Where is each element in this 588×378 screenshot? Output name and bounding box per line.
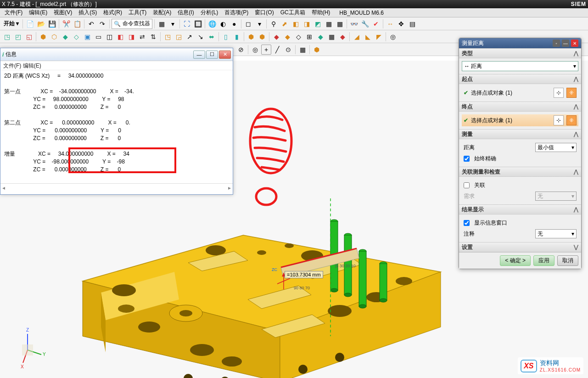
plane2-icon[interactable]: ◫: [104, 32, 114, 42]
stretch-icon[interactable]: ↔: [385, 19, 395, 29]
close-icon[interactable]: ✕: [219, 51, 231, 59]
section-type[interactable]: 类型⋀: [459, 48, 581, 58]
info-menu[interactable]: 文件(F) 编辑(E): [0, 61, 233, 70]
bluebox-icon[interactable]: ▣: [82, 32, 92, 42]
ring-icon[interactable]: ◎: [388, 32, 398, 42]
menu-info[interactable]: 信息(I): [175, 8, 196, 17]
orangecube-icon[interactable]: ◆: [282, 32, 292, 42]
world-icon[interactable]: 🌐: [207, 19, 217, 29]
plane-y-icon[interactable]: ◳: [162, 32, 173, 42]
section-measure[interactable]: 测量⋀: [459, 129, 581, 139]
mirror2-icon[interactable]: ⇅: [148, 32, 158, 42]
yellowcube2-icon[interactable]: ⬡: [49, 32, 59, 42]
menu-preferences[interactable]: 首选项(P): [222, 8, 251, 17]
point-icon[interactable]: ╱: [272, 45, 282, 55]
yellowcube-icon[interactable]: ⬢: [38, 32, 48, 42]
section-assoc[interactable]: 关联测量和检查⋀: [459, 167, 581, 177]
show-info-checkbox[interactable]: [464, 220, 470, 226]
red2-icon[interactable]: ◆: [337, 32, 347, 42]
grid-icon[interactable]: ▤: [407, 19, 417, 29]
snap-icon[interactable]: ✥: [396, 19, 406, 29]
draft-icon[interactable]: ◤: [374, 32, 384, 42]
wcs-icon[interactable]: ⚲: [269, 19, 279, 29]
box4-icon[interactable]: ▦: [324, 19, 334, 29]
chamfer-icon[interactable]: ◢: [352, 32, 362, 42]
redcube-icon[interactable]: ◆: [271, 32, 281, 42]
redo-icon[interactable]: ↷: [97, 19, 107, 29]
redbox2-icon[interactable]: ◨: [126, 32, 136, 42]
menu-format[interactable]: 格式(R): [101, 8, 125, 17]
axis-icon[interactable]: ↗: [185, 32, 195, 42]
section-end[interactable]: 终点⋀: [459, 102, 581, 112]
grid2-icon[interactable]: ⊞: [304, 32, 314, 42]
info-body[interactable]: 2D 距离 (WCS Xz) = 34.000000000 第一点 XC = -…: [0, 70, 233, 183]
pick-point-icon[interactable]: ⁜: [566, 88, 577, 98]
box2-icon[interactable]: ◨: [302, 19, 312, 29]
scroll-right-icon[interactable]: ▸: [226, 185, 233, 191]
tri-down-icon[interactable]: ▾: [168, 19, 178, 29]
cyan-icon[interactable]: ▯: [221, 32, 231, 42]
subtract-icon[interactable]: ◱: [24, 32, 34, 42]
plane-icon[interactable]: ▭: [93, 32, 103, 42]
fillet-icon[interactable]: ◣: [363, 32, 373, 42]
scroll-left-icon[interactable]: ◂: [0, 185, 7, 191]
wire-icon[interactable]: ◻: [243, 19, 253, 29]
plane-y2-icon[interactable]: ◲: [174, 32, 184, 42]
box6-icon[interactable]: ◳: [2, 32, 12, 42]
greencube-icon[interactable]: ◆: [60, 32, 70, 42]
menu-edit[interactable]: 编辑(E): [26, 8, 50, 17]
section-settings[interactable]: 设置⋁: [459, 242, 581, 252]
annotation-dropdown[interactable]: 无▾: [535, 229, 577, 238]
center-icon[interactable]: ⊙: [283, 45, 293, 55]
cancel-button[interactable]: 取消: [557, 255, 578, 266]
menu-analysis[interactable]: 分析(L): [198, 8, 221, 17]
menu-insert[interactable]: 插入(S): [76, 8, 100, 17]
panel-close-icon[interactable]: ✕: [571, 39, 578, 47]
shade-icon[interactable]: ◐: [218, 19, 228, 29]
solid-icon[interactable]: ⬢: [312, 45, 322, 55]
snap-point-icon[interactable]: ⊹: [554, 88, 564, 98]
mirror-icon[interactable]: ⇄: [137, 32, 147, 42]
maximize-icon[interactable]: ☐: [206, 51, 218, 59]
multi-icon[interactable]: ▦: [326, 32, 336, 42]
wire2-icon[interactable]: ▾: [254, 19, 264, 29]
undo-icon[interactable]: ↶: [86, 19, 96, 29]
box5-icon[interactable]: ▦: [335, 19, 345, 29]
type-dropdown[interactable]: ↔ 距离 ▾: [462, 61, 578, 71]
distance-mode-dropdown[interactable]: 最小值▾: [535, 143, 577, 152]
box-icon[interactable]: ◧: [291, 19, 301, 29]
cyan2-icon[interactable]: ▮: [232, 32, 242, 42]
check-icon[interactable]: ✔: [371, 19, 381, 29]
assoc-checkbox[interactable]: [464, 182, 470, 188]
end-select-row[interactable]: ✔ 选择点或对象 (1) ⊹ ⁜: [462, 114, 578, 126]
start-select-row[interactable]: ✔ 选择点或对象 (1) ⊹ ⁜: [462, 87, 578, 99]
open-icon[interactable]: 📂: [36, 19, 46, 29]
zoom-icon[interactable]: 🔲: [193, 19, 203, 29]
axis3-icon[interactable]: ⬌: [207, 32, 217, 42]
glasses-icon[interactable]: 👓: [349, 19, 359, 29]
copy-icon[interactable]: 📋: [72, 19, 82, 29]
snap-point-icon[interactable]: ⊹: [554, 115, 564, 125]
plus-icon[interactable]: +: [261, 45, 271, 55]
pick-point-icon[interactable]: ⁜: [566, 115, 577, 125]
menu-ext-hbmould[interactable]: HB_MOULD M6.6: [336, 9, 386, 17]
greencube2-icon[interactable]: ◇: [71, 32, 81, 42]
panel-min-icon[interactable]: —: [562, 39, 569, 47]
menu-gctoolbox[interactable]: GC工具箱: [278, 8, 308, 17]
start-dropdown[interactable]: 开始 ▾: [2, 19, 21, 28]
layer-icon[interactable]: ▦: [157, 19, 167, 29]
ok-button[interactable]: < 确定 >: [500, 255, 531, 266]
blend-icon[interactable]: ◇: [293, 32, 303, 42]
command-finder[interactable]: 🔍 命令查找器: [112, 19, 152, 29]
greenc-icon[interactable]: ◆: [315, 32, 325, 42]
section-start[interactable]: 起点⋀: [459, 74, 581, 84]
panel-pin-icon[interactable]: ◦: [553, 39, 560, 47]
section-result[interactable]: 结果显示⋀: [459, 204, 581, 214]
box7-icon[interactable]: ◰: [13, 32, 23, 42]
menu-tools[interactable]: 工具(T): [126, 8, 149, 17]
menu-help[interactable]: 帮助(H): [309, 8, 333, 17]
redbox-icon[interactable]: ◧: [115, 32, 125, 42]
tool-icon[interactable]: 🔧: [360, 19, 370, 29]
minimize-icon[interactable]: —: [193, 51, 205, 59]
menu-assembly[interactable]: 装配(A): [150, 8, 174, 17]
